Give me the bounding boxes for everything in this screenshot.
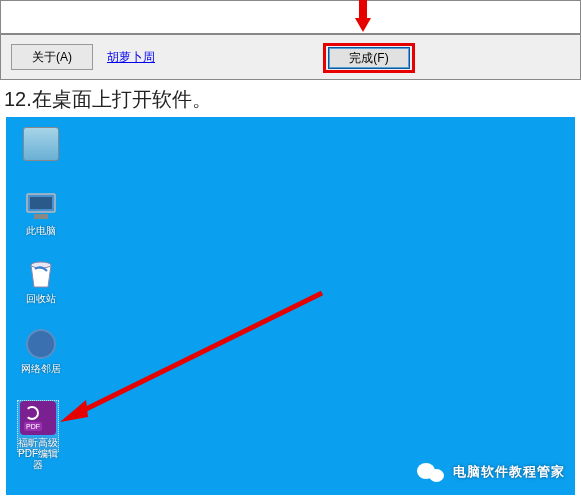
instruction-text: 12.在桌面上打开软件。 (0, 80, 581, 117)
dialog-footer: 关于(A) 胡萝卜周 完成(F) (0, 34, 581, 80)
carrot-link[interactable]: 胡萝卜周 (107, 49, 155, 66)
watermark: 电脑软件教程管家 (417, 461, 565, 483)
svg-line-6 (78, 293, 322, 413)
desktop-screenshot: 此电脑 回收站 网络邻居 福昕高级PDF编辑器 电脑软件教程管家 (6, 117, 575, 495)
desktop-icon-user[interactable] (18, 127, 64, 163)
computer-icon (23, 189, 59, 223)
icon-label: 福昕高级PDF编辑器 (16, 437, 60, 470)
desktop-icon-thispc[interactable]: 此电脑 (18, 189, 64, 236)
watermark-text: 电脑软件教程管家 (453, 463, 565, 481)
svg-rect-4 (34, 214, 48, 219)
dialog-body-empty (0, 0, 581, 34)
icon-label: 此电脑 (18, 225, 64, 236)
svg-rect-3 (30, 197, 52, 209)
arrow-down-red (353, 0, 373, 32)
finish-button[interactable]: 完成(F) (328, 47, 410, 69)
finish-button-highlight: 完成(F) (323, 43, 415, 73)
about-button[interactable]: 关于(A) (11, 44, 93, 70)
user-folder-icon (23, 127, 59, 161)
svg-marker-7 (60, 400, 88, 422)
wechat-icon (417, 461, 447, 483)
svg-marker-1 (355, 18, 371, 32)
arrow-red-to-icon (50, 285, 330, 435)
